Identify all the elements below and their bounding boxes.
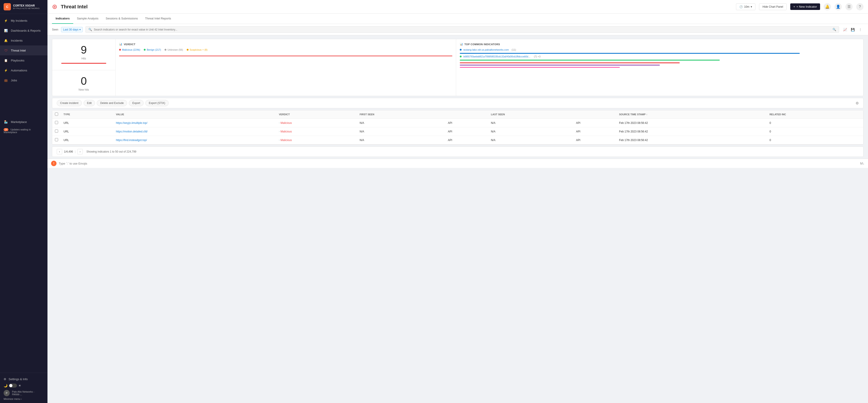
search-input[interactable] [94,28,831,31]
settings-label: Settings & Info [8,377,28,381]
notifications-btn[interactable]: 🔔 [824,3,831,10]
emoji-input[interactable] [59,162,858,165]
settings-item[interactable]: ⚙ Settings & Info [4,376,44,383]
edit-button[interactable]: Edit [84,100,95,106]
malicious-link[interactable]: Malicious (224k) [122,49,140,51]
minimize-menu-btn[interactable]: Minimize menu › [4,396,44,400]
verdict-arrow-icon: › [279,122,280,124]
header-logo: ⊛ [52,3,57,10]
indicator-value-link[interactable]: https://motion.detailed.cfd/ [116,130,148,133]
save-view-btn[interactable]: 💾 [849,26,856,33]
indicator-item-1: wutang-labz.xdr.us.paloaltonetworks.com … [460,49,860,51]
sidebar-item-label: My Incidents [11,19,27,22]
theme-toggle[interactable]: 🌙 ☀ [4,383,44,388]
menu-btn[interactable]: ☰ [845,3,852,10]
sidebar-item-my-incidents[interactable]: ⚡ My Incidents [0,16,48,26]
tab-sample-analysis[interactable]: Sample Analysis [73,13,102,24]
td-verdict: › Malicious [276,127,357,136]
sidebar-item-threat-intel[interactable]: 🛡 Threat Intel [0,45,48,55]
th-source-ts: SOURCE TIME STAMP ↑ [616,110,767,119]
search-submit-icon[interactable]: 🔍 [833,28,836,31]
app-logo: C CORTEX XSOAR BY PALO ALTO NETWORKS [0,0,48,14]
row-checkbox[interactable] [55,121,58,124]
next-page-btn[interactable]: › [77,149,83,154]
chart-view-btn[interactable]: 📈 [842,26,848,33]
plus-icon: + [794,5,795,8]
table-settings-btn[interactable]: ⚙ [856,101,859,105]
markdown-toggle[interactable]: M↓ [860,162,864,165]
create-incident-button[interactable]: Create incident [57,100,82,106]
export-button[interactable]: Export [129,100,144,106]
user-btn[interactable]: 👤 [835,3,842,10]
hide-chart-label: Hide Chart Panel [763,5,783,8]
th-last-seen: LAST SEEN [488,110,574,119]
indicator-link-2[interactable]: b6855793aebdd821a7f368585335cb132a043d30… [463,55,531,58]
help-btn[interactable]: ? [856,3,864,10]
threat-intel-icon: ⊛ [52,3,57,10]
th-value: VALUE [113,110,276,119]
tab-indicators[interactable]: Indicators [52,13,73,24]
sidebar-bottom: ⚙ Settings & Info 🌙 ☀ P Palo Alto Networ… [0,373,48,403]
indicator-value-link[interactable]: https://wsyjo.iimultiple.top/ [116,121,147,125]
toggle-track[interactable] [9,383,17,388]
th-type: TYPE [61,110,113,119]
sidebar-item-label: Incidents [11,39,23,42]
marketplace-updates: 24 Updates waiting in Marketplace [0,127,48,135]
page-header: ⊛ Threat Intel 🕐 10m ▾ Hide Chart Panel … [48,0,868,13]
indicator-bar-5 [460,67,620,68]
td-checkbox [52,119,61,127]
sidebar-item-marketplace[interactable]: 🏪 Marketplace [0,117,48,127]
tab-sessions-submissions[interactable]: Sessions & Submissions [102,13,142,24]
sidebar-item-incidents[interactable]: 🔔 Incidents [0,35,48,45]
sidebar-item-playbooks[interactable]: 📋 Playbooks [0,55,48,65]
td-first-seen-date: N/A [357,119,445,127]
time-selector[interactable]: 🕐 10m ▾ [736,3,755,10]
td-verdict: › Malicious [276,119,357,127]
select-all-checkbox[interactable] [55,113,58,116]
indicator-link-1[interactable]: wutang-labz.xdr.us.paloaltonetworks.com [463,49,509,51]
unknown-dot [164,49,166,51]
td-first-seen-source: API [445,127,488,136]
benign-dot [144,49,146,51]
th-first-seen: FIRST SEEN [357,110,445,119]
seen-dropdown[interactable]: Last 30 days ▾ [61,27,83,32]
more-options-btn[interactable]: ⋮ [857,26,864,33]
td-last-seen-source: API [573,119,616,127]
clock-icon: 🕐 [739,5,743,8]
prev-page-btn[interactable]: ‹ [57,149,62,154]
sidebar-item-label: Dashboards & Reports [11,29,41,32]
unknown-link[interactable]: Unknown (56) [167,49,183,51]
user-icon: 👤 [836,4,840,9]
td-last-seen-date: N/A [488,119,574,127]
tab-threat-intel-reports[interactable]: Threat Intel Reports [142,13,175,24]
marketplace-icon: 🏪 [4,120,8,124]
sidebar: C CORTEX XSOAR BY PALO ALTO NETWORKS ⚡ M… [0,0,48,403]
verdict-unknown: Unknown (56) [164,49,183,51]
table-row: URL https://motion.detailed.cfd/ › Malic… [52,127,863,136]
sidebar-item-label: Marketplace [11,120,27,124]
indicator-bar-1 [460,53,800,54]
td-verdict: › Malicious [276,136,357,145]
sidebar-item-jobs[interactable]: 💼 Jobs [0,75,48,85]
row-checkbox[interactable] [55,138,58,141]
verdict-bar [119,56,452,56]
td-last-seen-source: API [573,127,616,136]
settings-icon: ⚙ [4,377,6,381]
verdict-badge: › Malicious [279,121,354,125]
export-stix-button[interactable]: Export (STIX) [145,100,168,106]
new-indicator-button[interactable]: + + New Indicator [790,3,820,10]
incidents-icon: ⚡ [4,18,8,23]
benign-link[interactable]: Benign (217) [147,49,161,51]
sidebar-item-automations[interactable]: ⚡ Automations [0,65,48,75]
td-related: 0 [767,119,863,127]
indicator-value-link[interactable]: https://find.insteadgot.top/ [116,138,147,142]
td-first-seen-date: N/A [357,136,445,145]
row-checkbox[interactable] [55,129,58,133]
sidebar-item-dashboards[interactable]: 📊 Dashboards & Reports [0,26,48,35]
hide-chart-btn[interactable]: Hide Chart Panel [759,3,786,10]
jobs-icon: 💼 [4,78,8,83]
seen-label: Seen [52,28,58,31]
th-related: RELATED INC [767,110,863,119]
td-checkbox [52,127,61,136]
delete-exclude-button[interactable]: Delete and Exclude [97,100,127,106]
